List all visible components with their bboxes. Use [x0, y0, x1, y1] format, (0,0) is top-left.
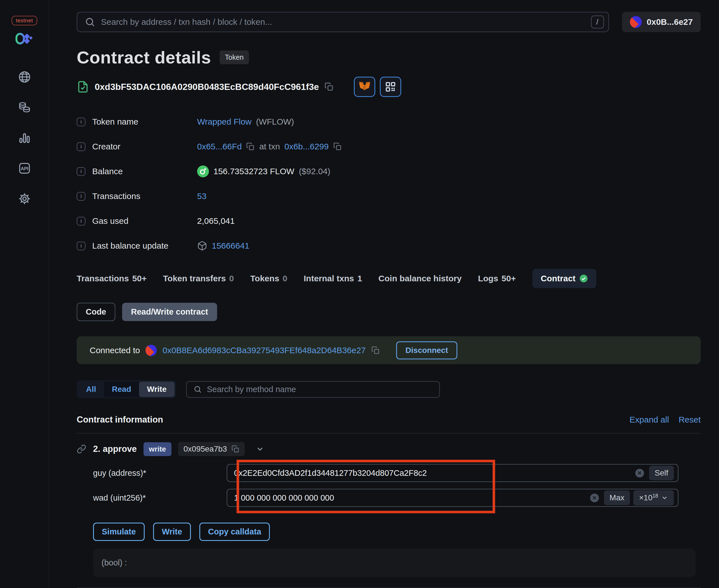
tab-logs[interactable]: Logs50+: [478, 274, 516, 283]
page-header: Contract details Token: [77, 47, 701, 67]
search-shortcut-key: /: [591, 16, 604, 28]
wallet-account-button[interactable]: 0x0B...6e27: [622, 12, 701, 32]
tab-transactions[interactable]: Transactions50+: [77, 274, 147, 283]
filter-read[interactable]: Read: [104, 382, 139, 397]
disconnect-button[interactable]: Disconnect: [396, 341, 457, 359]
balance-value: 156.73532723 FLOW: [213, 167, 294, 176]
info-row-last-balance-update: i Last balance update 15666641: [77, 239, 701, 253]
qr-code-button[interactable]: [380, 77, 401, 97]
connected-banner: Connected to 0x0B8EA6d6983cCBa39275493FE…: [77, 336, 701, 364]
info-icon: i: [77, 118, 85, 126]
method-search-input[interactable]: [207, 385, 433, 394]
search-icon: [193, 385, 202, 394]
sidebar-nav: API: [18, 70, 31, 205]
transactions-count-link[interactable]: 53: [197, 191, 206, 201]
method-filter-row: All Read Write: [77, 380, 701, 398]
tokens-icon[interactable]: [18, 101, 31, 114]
stats-icon[interactable]: [18, 131, 31, 144]
info-icon: i: [77, 167, 85, 176]
method-output-panel: (bool) :: [93, 548, 696, 577]
balance-usd: ($92.04): [299, 167, 330, 176]
app-logo[interactable]: [16, 31, 34, 46]
page-title: Contract details: [77, 47, 211, 67]
code-tab-button[interactable]: Code: [77, 303, 115, 321]
field-label-wad: wad (uint256)*: [77, 493, 227, 503]
tab-coin-balance-history[interactable]: Coin balance history: [378, 274, 461, 283]
method-approve-row[interactable]: 2. approve write 0x095ea7b3: [77, 442, 701, 456]
field-label-guy: guy (address)*: [77, 468, 227, 478]
method-write-badge: write: [144, 442, 171, 456]
blockchain-icon[interactable]: [18, 70, 31, 83]
tab-internal-txns[interactable]: Internal txns1: [304, 274, 362, 283]
add-to-metamask-button[interactable]: [354, 77, 375, 97]
contract-address: 0xd3bF53DAC106A0290B0483EcBC89d40FcC961f…: [95, 82, 319, 92]
self-button[interactable]: Self: [649, 466, 674, 480]
copy-address-button[interactable]: [325, 82, 333, 91]
address-actions: [354, 77, 401, 97]
tab-contract-active[interactable]: Contract: [532, 269, 596, 288]
write-button[interactable]: Write: [153, 523, 191, 541]
creator-address-link[interactable]: 0x65...66Fd: [197, 142, 242, 151]
info-icon: i: [77, 217, 85, 226]
creation-txn-link[interactable]: 0x6b...6299: [285, 142, 329, 151]
tab-tokens[interactable]: Tokens0: [250, 274, 288, 283]
filter-write-active[interactable]: Write: [139, 382, 174, 397]
info-row-balance: i Balance 156.73532723 FLOW ($92.04): [77, 164, 701, 178]
api-icon[interactable]: API: [18, 162, 31, 175]
info-icon: i: [77, 192, 85, 201]
verified-check-icon: [579, 274, 588, 283]
copy-selector-button[interactable]: [231, 445, 240, 453]
main-content: / 0x0B...6e27 Contract details Token 0xd…: [49, 0, 719, 588]
clear-wad-icon[interactable]: ×: [590, 493, 599, 502]
expand-all-link[interactable]: Expand all: [630, 415, 669, 424]
global-search-input[interactable]: [101, 17, 586, 27]
info-row-gas-used: i Gas used 2,065,041: [77, 214, 701, 228]
global-search[interactable]: /: [77, 12, 609, 32]
output-bool-label: (bool) :: [102, 558, 127, 567]
multiplier-dropdown[interactable]: ×1018: [633, 490, 674, 505]
info-icon: i: [77, 241, 85, 250]
method-search[interactable]: [186, 381, 440, 398]
flow-token-icon: [197, 166, 209, 177]
copy-connected-address-button[interactable]: [371, 346, 380, 355]
chevron-down-icon[interactable]: [255, 444, 265, 454]
reset-link[interactable]: Reset: [679, 415, 701, 424]
link-icon: [77, 444, 86, 454]
sidebar: testnet: [0, 0, 49, 588]
clear-guy-icon[interactable]: ×: [635, 469, 644, 478]
contract-type-badge: Token: [220, 50, 249, 64]
gas-used-value: 2,065,041: [197, 216, 234, 226]
field-row-wad: wad (uint256)* × Max ×1018: [77, 489, 701, 507]
contract-info-list: i Token name Wrapped Flow (WFLOW) i Crea…: [77, 115, 701, 253]
network-testnet-badge: testnet: [12, 16, 37, 25]
wad-uint256-field[interactable]: × Max ×1018: [227, 489, 678, 507]
wallet-address-short: 0x0B...6e27: [647, 17, 693, 27]
method-type-segmented-control: All Read Write: [77, 380, 176, 398]
svg-text:API: API: [21, 166, 28, 171]
read-write-contract-tab-button[interactable]: Read/Write contract: [122, 303, 217, 321]
copy-calldata-button[interactable]: Copy calldata: [199, 523, 270, 541]
metamask-fox-icon: [358, 81, 371, 93]
max-button[interactable]: Max: [604, 490, 630, 505]
connected-address-link[interactable]: 0x0B8EA6d6983cCBa39275493FEf648a2D64B36e…: [162, 345, 366, 355]
token-name-link[interactable]: Wrapped Flow: [197, 117, 251, 127]
info-row-transactions: i Transactions 53: [77, 189, 701, 203]
tab-bar: Transactions50+ Token transfers0 Tokens0…: [77, 269, 701, 288]
section-title: Contract information: [77, 415, 163, 425]
info-row-token-name: i Token name Wrapped Flow (WFLOW): [77, 115, 701, 129]
info-row-creator: i Creator 0x65...66Fd at txn 0x6b...6299: [77, 140, 701, 154]
wad-uint256-input[interactable]: [234, 493, 588, 503]
wallet-avatar: [630, 16, 642, 28]
top-bar: / 0x0B...6e27: [77, 12, 701, 32]
simulate-button[interactable]: Simulate: [93, 523, 145, 541]
guy-address-field[interactable]: × Self: [227, 464, 678, 482]
last-balance-block-link[interactable]: 15666641: [212, 241, 249, 251]
settings-gear-icon[interactable]: [18, 192, 31, 205]
copy-creator-button[interactable]: [246, 142, 254, 151]
block-cube-icon: [197, 241, 207, 251]
filter-all[interactable]: All: [78, 382, 104, 397]
guy-address-input[interactable]: [234, 468, 633, 478]
qr-code-icon: [385, 81, 396, 92]
tab-token-transfers[interactable]: Token transfers0: [163, 274, 234, 283]
copy-txn-button[interactable]: [333, 142, 342, 151]
